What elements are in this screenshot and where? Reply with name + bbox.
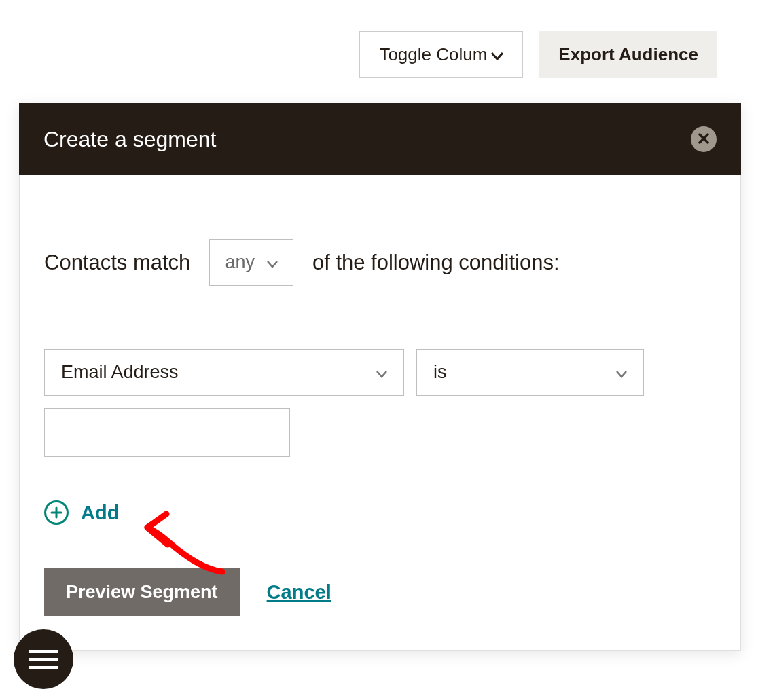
match-prefix-text: Contacts match bbox=[44, 251, 190, 275]
condition-value-input[interactable] bbox=[44, 408, 290, 457]
action-row: Preview Segment Cancel bbox=[44, 568, 716, 616]
modal-header: Create a segment bbox=[19, 103, 741, 175]
add-label: Add bbox=[81, 502, 119, 524]
close-icon bbox=[698, 130, 709, 148]
divider bbox=[44, 327, 716, 327]
match-row: Contacts match any of the following cond… bbox=[44, 239, 716, 286]
condition-row: Email Address is bbox=[44, 349, 716, 396]
preview-segment-button[interactable]: Preview Segment bbox=[44, 568, 240, 616]
toggle-columns-label: Toggle Colum bbox=[379, 44, 487, 65]
modal-title: Create a segment bbox=[43, 127, 216, 152]
create-segment-modal: Create a segment Contacts match any of t… bbox=[19, 103, 741, 651]
condition-operator-value: is bbox=[433, 362, 447, 383]
hamburger-icon bbox=[29, 650, 58, 669]
match-type-value: any bbox=[225, 252, 255, 273]
chevron-down-icon bbox=[491, 44, 503, 65]
condition-operator-select[interactable]: is bbox=[416, 349, 644, 396]
modal-body: Contacts match any of the following cond… bbox=[19, 175, 741, 651]
menu-fab[interactable] bbox=[14, 629, 73, 689]
toggle-columns-button[interactable]: Toggle Colum bbox=[359, 31, 523, 78]
export-audience-button[interactable]: Export Audience bbox=[539, 31, 717, 78]
condition-field-select[interactable]: Email Address bbox=[44, 349, 404, 396]
add-condition-button[interactable]: Add bbox=[44, 500, 716, 525]
match-suffix-text: of the following conditions: bbox=[312, 251, 560, 275]
condition-field-value: Email Address bbox=[61, 362, 179, 383]
chevron-down-icon bbox=[616, 362, 627, 383]
toolbar: Toggle Colum Export Audience bbox=[359, 31, 717, 78]
cancel-link[interactable]: Cancel bbox=[267, 581, 331, 604]
plus-circle-icon bbox=[44, 500, 69, 525]
chevron-down-icon bbox=[376, 362, 387, 383]
close-button[interactable] bbox=[691, 126, 717, 152]
match-type-select[interactable]: any bbox=[209, 239, 293, 286]
chevron-down-icon bbox=[267, 252, 278, 273]
